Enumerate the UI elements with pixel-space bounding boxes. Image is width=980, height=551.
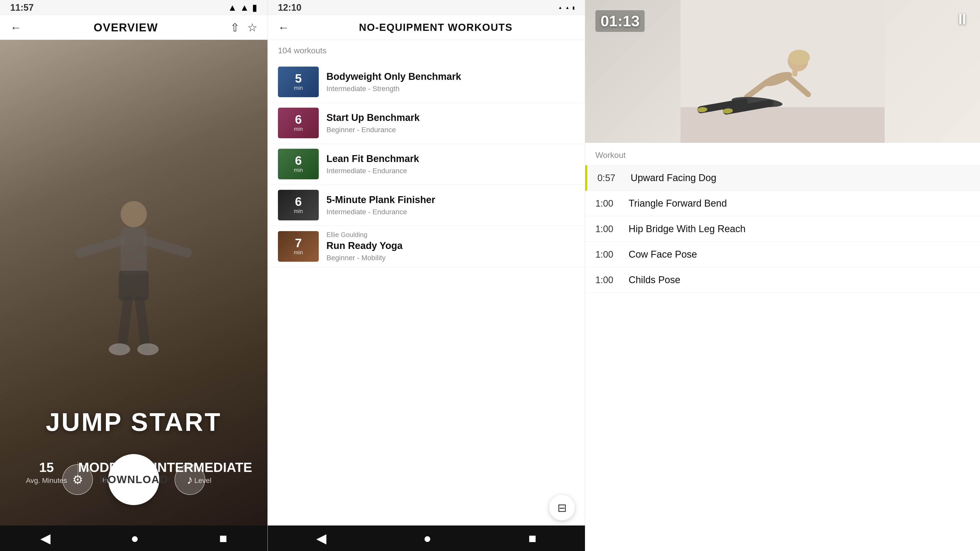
workout-meta-4: Beginner - Mobility [326,254,575,262]
favorite-button[interactable]: ☆ [247,21,257,34]
workout-duration-unit-1: min [294,126,303,132]
workout-duration-unit-0: min [294,85,303,91]
exercise-time-2: 1:00 [595,224,621,234]
signal-icon-2: ▲ [565,5,570,10]
nav-title-2: NO-EQUIPMENT WORKOUTS [297,22,575,33]
exercise-item-2[interactable]: 1:00 Hip Bridge With Leg Reach [585,216,980,242]
exercise-item-1[interactable]: 1:00 Triangle Forward Bend [585,191,980,216]
workout-meta-2: Intermediate - Endurance [326,167,575,175]
back-button-1[interactable]: ← [10,21,21,34]
exercise-time-1: 1:00 [595,198,621,209]
back-nav-btn-1[interactable]: ◀ [40,530,51,546]
workout-item-0[interactable]: 5 min Bodyweight Only Benchmark Intermed… [268,62,585,103]
exercise-time-4: 1:00 [595,275,621,286]
workout-meta-1: Beginner - Endurance [326,126,575,134]
share-button[interactable]: ⇧ [230,21,240,34]
status-bar-2: 12:10 ▲ ▲ ▮ [268,0,585,15]
svg-rect-4 [119,271,149,300]
hero-person-svg [67,193,200,372]
status-icons-1: ▲ ▲ ▮ [228,2,257,13]
home-nav-btn-1[interactable]: ● [131,530,139,546]
workout-thumb-4: 7 min [278,231,319,262]
status-bar-1: 11:57 ▲ ▲ ▮ [0,0,267,15]
exercise-name-0: Upward Facing Dog [631,172,716,183]
exercise-name-1: Triangle Forward Bend [628,198,727,209]
exercise-time-3: 1:00 [595,249,621,260]
svg-point-0 [121,201,147,227]
workout-duration-unit-2: min [294,167,303,173]
svg-line-2 [80,241,121,253]
status-time-2: 12:10 [278,2,301,13]
back-nav-btn-2[interactable]: ◀ [316,530,326,546]
workout-name-1: Start Up Benchmark [326,112,575,123]
workout-info-1: Start Up Benchmark Beginner - Endurance [326,112,575,134]
hero-section: JUMP START 15 Avg. Minutes MODERATE Inte… [0,40,267,526]
workout-duration-num-1: 6 [295,114,302,126]
exercise-name-4: Childs Pose [628,275,680,286]
workout-item-3[interactable]: 6 min 5-Minute Plank Finisher Intermedia… [268,185,585,226]
pause-button[interactable]: ⏸ [955,10,970,28]
workout-duration-num-3: 6 [295,196,302,208]
workout-artist-4: Ellie Goulding [326,231,575,239]
hero-title: JUMP START [0,407,267,452]
exercise-item-3[interactable]: 1:00 Cow Face Pose [585,242,980,267]
recents-nav-btn-1[interactable]: ■ [219,530,227,546]
exercise-item-0[interactable]: 0:57 Upward Facing Dog [585,165,980,191]
workout-thumb-2: 6 min [278,149,319,179]
workout-duration-num-4: 7 [295,237,302,249]
workout-item-4[interactable]: 7 min Ellie Goulding Run Ready Yoga Begi… [268,226,585,267]
workout-meta-3: Intermediate - Endurance [326,208,575,216]
workout-info-2: Lean Fit Benchmark Intermediate - Endura… [326,153,575,175]
workout-duration-unit-4: min [294,249,303,256]
workout-duration-unit-3: min [294,208,303,214]
workout-meta-0: Intermediate - Strength [326,85,575,93]
filter-fab-button[interactable]: ⊟ [549,495,575,520]
nav-bar-1: ← OVERVIEW ⇧ ☆ [0,15,267,40]
workout-list: 5 min Bodyweight Only Benchmark Intermed… [268,62,585,526]
workout-overlay-2: 6 min [278,149,319,179]
battery-icon: ▮ [252,2,257,13]
svg-line-5 [122,300,127,348]
music-button[interactable]: ♪ [175,464,205,495]
panel-workouts: 12:10 ▲ ▲ ▮ ← NO-EQUIPMENT WORKOUTS 104 … [267,0,585,551]
download-button[interactable]: DOWNLOAD [108,454,159,505]
workout-item-1[interactable]: 6 min Start Up Benchmark Beginner - Endu… [268,103,585,144]
svg-point-7 [109,343,130,355]
workout-name-4: Run Ready Yoga [326,240,575,251]
svg-rect-10 [681,107,885,143]
workout-overlay-0: 5 min [278,67,319,97]
workout-section-label: Workout [585,143,980,165]
exercise-name-3: Cow Face Pose [628,249,697,260]
exercise-list: 0:57 Upward Facing Dog 1:00 Triangle For… [585,165,980,551]
svg-rect-13 [792,69,797,76]
workout-name-3: 5-Minute Plank Finisher [326,194,575,205]
status-icons-2: ▲ ▲ ▮ [558,5,575,10]
back-button-2[interactable]: ← [278,21,289,34]
workout-info-0: Bodyweight Only Benchmark Intermediate -… [326,71,575,93]
exercise-item-4[interactable]: 1:00 Childs Pose [585,267,980,293]
nav-title-1: OVERVIEW [29,21,223,34]
exercise-time-0: 0:57 [597,173,623,183]
bottom-nav-1: ◀ ● ■ [0,526,267,551]
workout-thumb-0: 5 min [278,67,319,97]
hero-buttons: ⚙ DOWNLOAD ♪ [0,454,267,505]
workout-overlay-4: 7 min [278,231,319,262]
workout-overlay-1: 6 min [278,108,319,138]
workout-timer: 01:13 [595,10,645,32]
workout-info-3: 5-Minute Plank Finisher Intermediate - E… [326,194,575,216]
recents-nav-btn-2[interactable]: ■ [528,530,536,546]
workout-item-2[interactable]: 6 min Lean Fit Benchmark Intermediate - … [268,144,585,185]
workout-thumb-1: 6 min [278,108,319,138]
nav-bar-2: ← NO-EQUIPMENT WORKOUTS [268,15,585,40]
workout-duration-num-2: 6 [295,155,302,167]
svg-point-21 [789,50,810,65]
bottom-nav-2: ◀ ● ■ [268,526,585,551]
svg-line-3 [147,241,187,253]
workout-duration-num-0: 5 [295,73,302,85]
workout-overlay-3: 6 min [278,190,319,221]
signal-icon: ▲ [240,2,249,13]
home-nav-btn-2[interactable]: ● [423,530,431,546]
wifi-icon-2: ▲ [558,5,562,10]
settings-button[interactable]: ⚙ [62,464,93,495]
wifi-icon: ▲ [228,2,237,13]
